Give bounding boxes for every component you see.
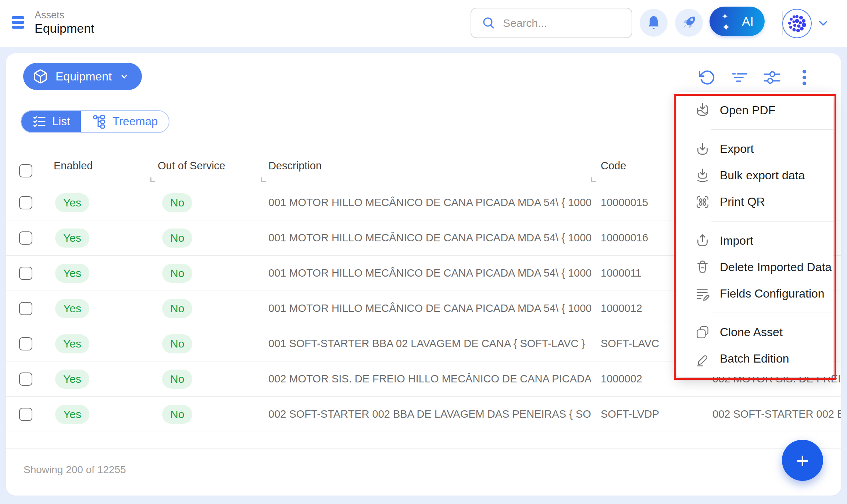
breadcrumb: Assets xyxy=(35,10,64,21)
display-settings-icon xyxy=(763,70,781,85)
enabled-badge: Yes xyxy=(55,299,89,318)
enabled-badge: Yes xyxy=(55,228,89,248)
column-resize-grip[interactable] xyxy=(150,177,155,182)
menu-item-delete-imported-data[interactable]: Delete Imported Data xyxy=(676,254,833,280)
menu-item-import[interactable]: Import xyxy=(676,227,833,254)
search-icon xyxy=(482,16,496,30)
table-row[interactable]: Yes No 002 SOFT-STARTER 002 BBA DE LAVAG… xyxy=(6,397,841,432)
row-checkbox[interactable] xyxy=(19,337,32,350)
column-header-enabled[interactable]: Enabled xyxy=(54,160,148,172)
add-asset-fab[interactable]: + xyxy=(782,440,823,481)
menu-item-fields-configuration[interactable]: Fields Configuration xyxy=(676,280,833,307)
bell-icon xyxy=(646,15,661,31)
enabled-badge: Yes xyxy=(55,334,89,353)
hamburger-menu-icon[interactable] xyxy=(12,16,24,29)
partial-table-row: Yes No xyxy=(6,432,841,449)
refresh-icon xyxy=(699,69,716,86)
description-cell: 001 MOTOR HILLO MECÂNICO DE CANA PICADA … xyxy=(258,197,591,209)
menu-item-batch-edition[interactable]: Batch Edition xyxy=(676,346,833,372)
row-checkbox[interactable] xyxy=(19,267,32,280)
bulk-export-icon xyxy=(695,168,710,183)
out-of-service-badge: No xyxy=(162,334,192,353)
out-of-service-badge: No xyxy=(162,228,192,248)
import-icon xyxy=(695,233,710,248)
out-of-service-badge: No xyxy=(162,264,192,283)
extra-cell: 002 SOFT-STARTER 002 BE xyxy=(701,408,841,420)
tab-treemap-view[interactable]: Treemap xyxy=(81,111,169,132)
clone-icon xyxy=(695,325,710,340)
out-of-service-badge: No xyxy=(162,405,192,424)
notifications-button[interactable] xyxy=(640,9,668,37)
footer-divider xyxy=(6,449,841,449)
tab-list-label: List xyxy=(52,115,70,128)
row-checkbox[interactable] xyxy=(19,196,32,209)
qr-code-icon xyxy=(695,194,710,210)
rocket-icon xyxy=(680,14,697,31)
code-cell: SOFT-LVDP xyxy=(591,408,701,420)
enabled-badge: Yes xyxy=(55,264,89,283)
out-of-service-badge: No xyxy=(162,299,192,318)
entity-selector-label: Equipment xyxy=(56,70,112,83)
column-header-description[interactable]: Description xyxy=(268,160,591,172)
more-options-button[interactable] xyxy=(796,69,813,86)
page-title: Equipment xyxy=(35,21,94,36)
enabled-badge: Yes xyxy=(55,193,89,212)
more-options-menu: Open PDF Export Bulk export data Print Q… xyxy=(676,92,833,377)
menu-item-print-qr[interactable]: Print QR xyxy=(676,189,833,215)
refresh-button[interactable] xyxy=(698,69,716,86)
tab-treemap-label: Treemap xyxy=(112,115,158,128)
top-bar: Assets Equipment xyxy=(0,0,847,47)
filter-icon xyxy=(731,70,748,85)
description-cell: 001 MOTOR HILLO MECÂNICO DE CANA PICADA … xyxy=(258,302,591,314)
description-cell: 001 SOFT-STARTER BBA 02 LAVAGEM DE CANA … xyxy=(258,338,591,350)
treemap-icon xyxy=(92,114,107,129)
filter-button[interactable] xyxy=(731,69,748,86)
tab-list-view[interactable]: List xyxy=(21,111,81,132)
pdf-download-icon xyxy=(695,102,710,118)
list-icon xyxy=(32,115,46,128)
enabled-badge: Yes xyxy=(55,370,89,389)
plus-icon: + xyxy=(796,448,809,473)
search-box[interactable] xyxy=(471,8,632,38)
launcher-button[interactable] xyxy=(675,9,703,37)
row-checkbox[interactable] xyxy=(19,408,32,421)
description-cell: 001 MOTOR HILLO MECÂNICO DE CANA PICADA … xyxy=(258,232,591,244)
chevron-down-icon xyxy=(119,71,129,82)
entity-selector-button[interactable]: Equipment xyxy=(23,63,142,90)
row-checkbox[interactable] xyxy=(19,372,32,386)
export-icon xyxy=(695,141,710,157)
menu-item-clone-asset[interactable]: Clone Asset xyxy=(676,319,833,346)
menu-item-bulk-export[interactable]: Bulk export data xyxy=(676,162,833,189)
menu-separator xyxy=(711,221,833,222)
row-count-status: Showing 200 of 12255 xyxy=(24,464,126,476)
row-checkbox[interactable] xyxy=(19,231,32,245)
row-checkbox[interactable] xyxy=(19,302,32,315)
account-avatar[interactable] xyxy=(782,9,812,38)
search-input[interactable] xyxy=(503,17,613,29)
view-toggle: List Treemap xyxy=(21,110,169,133)
ai-button-label: AI xyxy=(742,14,754,29)
kebab-menu-icon xyxy=(802,69,807,86)
ai-assistant-button[interactable]: AI xyxy=(710,7,765,36)
display-settings-button[interactable] xyxy=(763,69,781,86)
description-cell: 002 MOTOR SIS. DE FREIO HILLO MECÂNICO D… xyxy=(258,373,591,385)
column-header-out-of-service[interactable]: Out of Service xyxy=(158,160,258,172)
menu-item-open-pdf[interactable]: Open PDF xyxy=(676,97,833,123)
menu-item-export[interactable]: Export xyxy=(676,136,833,162)
column-resize-grip[interactable] xyxy=(261,177,266,182)
menu-separator xyxy=(711,129,833,130)
fields-config-icon xyxy=(695,286,710,301)
sparkles-icon xyxy=(721,12,732,32)
description-cell: 002 SOFT-STARTER 002 BBA DE LAVAGEM DAS … xyxy=(258,408,591,420)
enabled-badge: Yes xyxy=(55,405,89,424)
menu-separator xyxy=(711,313,833,313)
account-chevron-down-icon[interactable] xyxy=(817,18,829,28)
org-logo-dots-icon xyxy=(786,13,808,34)
select-all-checkbox[interactable] xyxy=(19,164,32,177)
out-of-service-badge: No xyxy=(162,193,192,212)
out-of-service-badge: No xyxy=(162,370,192,389)
description-cell: 001 MOTOR HILLO MECÂNICO DE CANA PICADA … xyxy=(258,267,591,279)
column-resize-grip[interactable] xyxy=(591,177,596,182)
trash-icon xyxy=(695,259,710,275)
box-icon xyxy=(33,69,48,84)
